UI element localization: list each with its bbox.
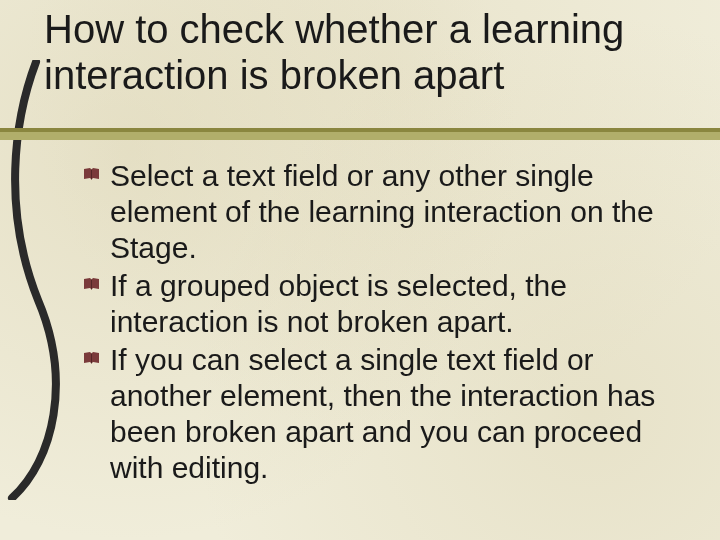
- list-item-text: If a grouped object is selected, the int…: [110, 269, 567, 338]
- list-item: If you can select a single text field or…: [110, 342, 686, 486]
- slide-body: Select a text field or any other single …: [110, 158, 686, 488]
- list-item-text: If you can select a single text field or…: [110, 343, 655, 484]
- book-icon: [84, 278, 99, 290]
- title-underline-shadow: [0, 132, 720, 140]
- book-icon: [84, 168, 99, 180]
- list-item: If a grouped object is selected, the int…: [110, 268, 686, 340]
- book-icon: [84, 352, 99, 364]
- list-item-text: Select a text field or any other single …: [110, 159, 654, 264]
- list-item: Select a text field or any other single …: [110, 158, 686, 266]
- slide-title: How to check whether a learning interact…: [44, 6, 700, 98]
